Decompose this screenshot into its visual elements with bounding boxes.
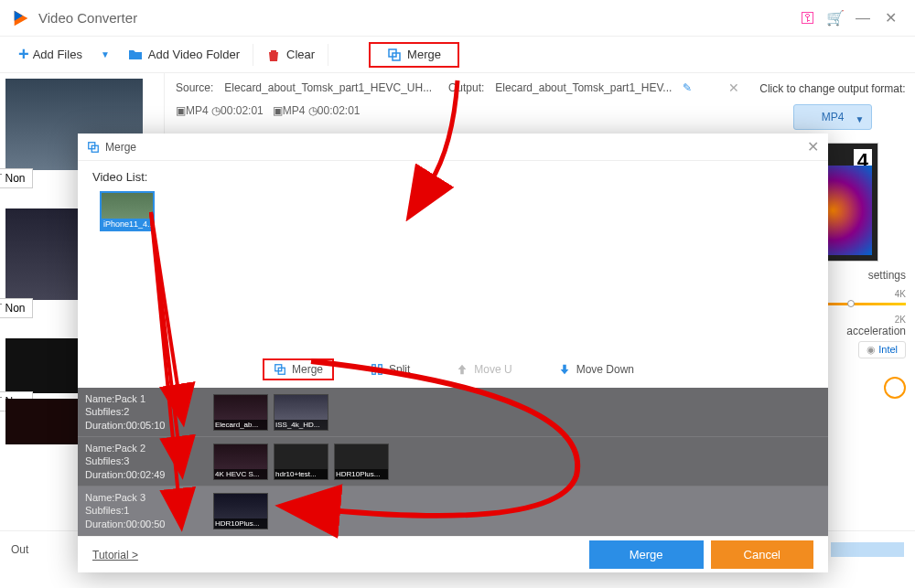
- tutorial-link[interactable]: Tutorial >: [92, 549, 138, 561]
- titlebar: Video Converter ⚿ 🛒 — ✕: [0, 0, 915, 37]
- intel-badge[interactable]: ◉ Intel: [858, 341, 906, 358]
- source-label: Source:: [176, 81, 213, 94]
- pack-file-thumb[interactable]: 4K HEVC S...: [213, 444, 268, 480]
- main-toolbar: +Add Files ▼ Add Video Folder Clear Merg…: [0, 37, 915, 73]
- plus-icon: +: [18, 44, 29, 65]
- trash-icon: [266, 48, 281, 62]
- arrow-down-icon: [558, 363, 571, 376]
- video-list-label: Video List:: [92, 170, 813, 184]
- file-row: Source: Elecard_about_Tomsk_part1_HEVC_U…: [176, 80, 739, 95]
- dialog-merge-confirm[interactable]: Merge: [589, 540, 704, 569]
- pack-row[interactable]: Name:Pack 3Subfiles:1Duration:00:00:50HD…: [78, 486, 828, 536]
- pack-file-label: HDR10Plus...: [214, 519, 267, 529]
- pack-meta: Name:Pack 2Subfiles:3Duration:00:02:49: [85, 442, 213, 481]
- pack-row[interactable]: Name:Pack 2Subfiles:3Duration:00:02:494K…: [78, 437, 828, 486]
- dlg-moveup-button[interactable]: Move U: [447, 358, 521, 380]
- format-icon: ▣: [176, 104, 186, 117]
- alarm-icon[interactable]: [884, 377, 906, 399]
- pack-row[interactable]: Name:Pack 1Subfiles:2Duration:00:05:10El…: [78, 388, 828, 437]
- dialog-title: Merge: [105, 141, 136, 154]
- dlg-split-button[interactable]: Split: [361, 358, 419, 380]
- source-name: Elecard_about_Tomsk_part1_HEVC_UH...: [224, 81, 432, 94]
- add-files-dropdown[interactable]: ▼: [101, 49, 110, 59]
- slider-knob[interactable]: [847, 300, 855, 307]
- edit-icon[interactable]: ✎: [683, 81, 692, 94]
- dlg-movedown-button[interactable]: Move Down: [549, 358, 643, 380]
- video-list-area: Video List: iPhone11_4...: [78, 161, 828, 251]
- pack-file-label: Elecard_ab...: [214, 420, 267, 430]
- output-label: Output:: [448, 81, 484, 94]
- folder-icon: [128, 48, 143, 62]
- pack-file-label: HDR10Plus...: [335, 469, 388, 479]
- video-list-thumb[interactable]: iPhone11_4...: [100, 191, 155, 231]
- dlg-merge-button[interactable]: Merge: [263, 358, 334, 380]
- merge-icon: [274, 363, 286, 376]
- svg-rect-7: [379, 365, 382, 375]
- pack-file-thumb[interactable]: ISS_4k_HD...: [274, 394, 328, 431]
- pack-file-thumb[interactable]: Elecard_ab...: [213, 394, 268, 431]
- pack-meta: Name:Pack 3Subfiles:1Duration:00:00:50: [85, 491, 213, 530]
- chevron-down-icon: ▼: [855, 114, 864, 124]
- minimize-button[interactable]: —: [849, 10, 877, 27]
- close-button[interactable]: ✕: [877, 9, 904, 27]
- split-icon: [371, 363, 383, 376]
- pack-file-thumb[interactable]: HDR10Plus...: [213, 493, 268, 529]
- arrow-up-icon: [456, 363, 468, 376]
- app-logo-icon: [11, 8, 31, 28]
- clock-icon: ◷: [211, 104, 221, 117]
- thumb-button[interactable]: T Non: [0, 168, 33, 188]
- dialog-cancel[interactable]: Cancel: [711, 540, 813, 569]
- svg-rect-6: [372, 365, 376, 375]
- dialog-footer: Tutorial > Merge Cancel: [78, 536, 828, 572]
- add-folder-button[interactable]: Add Video Folder: [119, 44, 249, 66]
- pack-file-label: 4K HEVC S...: [214, 469, 267, 479]
- app-title: Video Converter: [38, 10, 794, 26]
- output-path-label: Out: [11, 543, 28, 556]
- dialog-titlebar: Merge ✕: [78, 134, 828, 161]
- format-icon: ▣: [273, 104, 283, 117]
- add-files-button[interactable]: +Add Files: [9, 40, 92, 69]
- merge-dialog: Merge ✕ Video List: iPhone11_4... Merge …: [78, 134, 828, 572]
- merge-icon: [87, 141, 100, 154]
- dialog-toolbar: Merge Split Move U Move Down: [78, 351, 828, 388]
- pack-file-label: ISS_4k_HD...: [274, 420, 328, 430]
- pack-file-label: hdr10+test...: [274, 469, 328, 479]
- pack-file-thumb[interactable]: HDR10Plus...: [334, 444, 389, 480]
- convert-button[interactable]: [831, 542, 904, 557]
- clear-button[interactable]: Clear: [257, 44, 324, 66]
- format-hint: Click to change output format:: [759, 82, 906, 95]
- key-icon[interactable]: ⚿: [794, 10, 822, 27]
- dialog-close-button[interactable]: ✕: [807, 138, 819, 155]
- merge-icon: [387, 48, 402, 62]
- remove-file-button[interactable]: ✕: [728, 80, 739, 95]
- output-name: Elecard_about_Tomsk_part1_HEV...: [495, 81, 672, 94]
- pack-meta: Name:Pack 1Subfiles:2Duration:00:05:10: [85, 392, 213, 432]
- thumb-button[interactable]: T Non: [0, 298, 33, 318]
- merge-button[interactable]: Merge: [369, 42, 459, 68]
- cart-icon[interactable]: 🛒: [822, 9, 849, 27]
- pack-list: Name:Pack 1Subfiles:2Duration:00:05:10El…: [78, 388, 828, 536]
- pack-file-thumb[interactable]: hdr10+test...: [274, 444, 328, 480]
- clock-icon: ◷: [308, 104, 318, 117]
- format-select[interactable]: MP4▼: [793, 104, 873, 130]
